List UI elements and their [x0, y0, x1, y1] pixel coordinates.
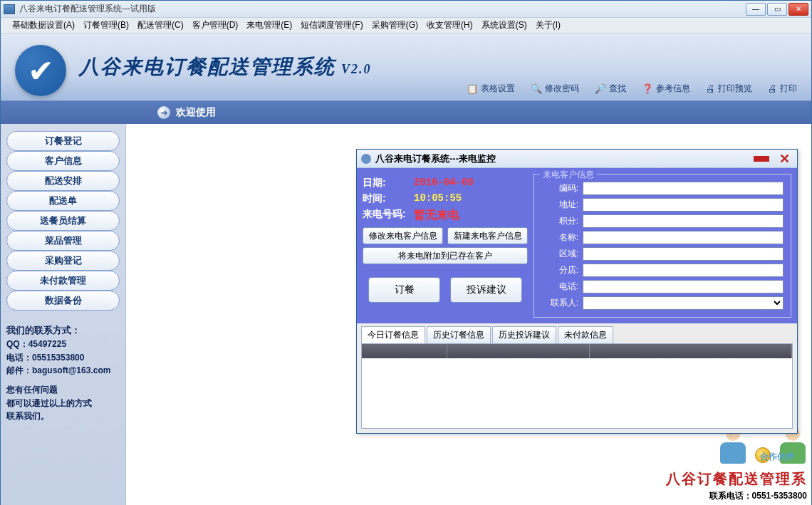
banner: ✔ 八谷来电订餐配送管理系统V2.0 📋表格设置🔍修改密码🔎查找❓参考信息🖨打印…	[1, 33, 811, 101]
field-input[interactable]	[583, 231, 784, 244]
dialog-title: 八谷来电订餐系统---来电监控	[375, 152, 754, 165]
attach-customer-button[interactable]: 将来电附加到已存在客户	[363, 247, 528, 264]
app-window: 八谷来电订餐配送管理系统---试用版 — ▭ ✕ 基础数据设置(A)订餐管理(B…	[0, 0, 812, 505]
sidebar-button[interactable]: 数据备份	[6, 291, 120, 311]
close-button[interactable]: ✕	[788, 3, 808, 16]
content-area: 合作伙伴 八谷订餐配送管理系 联系电话：0551-5353800 八谷来电订餐系…	[125, 124, 811, 505]
menu-item[interactable]: 配送管理(C)	[133, 17, 188, 33]
form-row: 积分:	[541, 214, 784, 228]
field-label: 名称:	[541, 231, 583, 244]
field-label: 编码:	[541, 182, 583, 194]
field-label: 电话:	[541, 281, 583, 293]
toolbar-button[interactable]: 🔎查找	[595, 83, 626, 95]
tool-icon: 🔎	[595, 83, 606, 94]
form-row: 名称:	[541, 231, 784, 244]
tool-icon: ❓	[642, 83, 653, 94]
app-title: 八谷来电订餐配送管理系统V2.0	[79, 53, 372, 80]
tab[interactable]: 历史投诉建议	[492, 326, 556, 343]
field-input[interactable]	[583, 182, 784, 195]
menu-item[interactable]: 采购管理(G)	[368, 17, 422, 33]
caller-dialog: 八谷来电订餐系统---来电监控 ✕ 日期:2016-04-09 时间:10:05…	[356, 149, 798, 434]
tab[interactable]: 历史订餐信息	[427, 326, 491, 343]
menu-item[interactable]: 系统设置(S)	[477, 17, 531, 33]
sidebar-button[interactable]: 送餐员结算	[6, 211, 120, 231]
tool-icon: 🔍	[531, 83, 542, 94]
maximize-button[interactable]: ▭	[767, 3, 787, 16]
sidebar-button[interactable]: 配送安排	[6, 171, 120, 191]
field-label: 分店:	[541, 264, 583, 276]
field-label: 地址:	[541, 199, 583, 211]
sidebar-button[interactable]: 未付款管理	[6, 271, 120, 291]
field-input[interactable]	[583, 264, 784, 277]
toolbar: 📋表格设置🔍修改密码🔎查找❓参考信息🖨打印预览🖨打印	[467, 83, 797, 95]
toolbar-button[interactable]: 📋表格设置	[467, 83, 515, 95]
menubar: 基础数据设置(A)订餐管理(B)配送管理(C)客户管理(D)来电管理(E)短信调…	[1, 18, 811, 33]
form-row: 分店:	[541, 264, 784, 277]
new-customer-button[interactable]: 新建来电客户信息	[447, 227, 528, 244]
toolbar-button[interactable]: ❓参考信息	[642, 83, 690, 95]
field-label: 积分:	[541, 215, 583, 227]
menu-item[interactable]: 短信调度管理(F)	[296, 17, 367, 33]
field-input[interactable]	[583, 214, 784, 228]
dialog-close-button[interactable]: ✕	[776, 151, 793, 167]
sidebar-button[interactable]: 客户信息	[6, 151, 120, 171]
brand-mark: 合作伙伴 八谷订餐配送管理系 联系电话：0551-5353800	[666, 427, 807, 502]
tool-icon: 📋	[467, 83, 478, 94]
dialog-minimize-button[interactable]	[754, 156, 769, 162]
form-row: 电话:	[541, 280, 784, 293]
contact-box: 我们的联系方式： QQ：45497225 电话：05515353800 邮件：b…	[6, 323, 120, 423]
data-grid[interactable]	[361, 343, 793, 429]
minimize-button[interactable]: —	[746, 3, 766, 16]
field-label: 区域:	[541, 248, 583, 260]
field-label: 联系人:	[541, 297, 583, 309]
sidebar: 订餐登记客户信息配送安排配送单送餐员结算菜品管理采购登记未付款管理数据备份 我们…	[1, 124, 125, 505]
titlebar: 八谷来电订餐配送管理系统---试用版 — ▭ ✕	[1, 1, 811, 18]
welcome-bar: ➔ 欢迎使用	[1, 101, 811, 124]
fieldset-legend: 来电客户信息	[540, 169, 597, 181]
window-title: 八谷来电订餐配送管理系统---试用版	[19, 3, 746, 15]
tab[interactable]: 未付款信息	[558, 326, 613, 343]
menu-item[interactable]: 来电管理(E)	[242, 17, 296, 33]
dialog-titlebar: 八谷来电订餐系统---来电监控 ✕	[357, 150, 797, 168]
dialog-left-panel: 日期:2016-04-09 时间:10:05:55 来电号码:暂无来电 修改来电…	[363, 174, 528, 318]
sidebar-button[interactable]: 菜品管理	[6, 231, 120, 251]
field-input[interactable]	[583, 280, 784, 293]
form-row: 区域:	[541, 247, 784, 261]
form-row: 联系人:	[541, 296, 784, 310]
app-icon	[4, 4, 15, 14]
menu-item[interactable]: 订餐管理(B)	[79, 17, 133, 33]
toolbar-button[interactable]: 🖨打印	[768, 83, 797, 95]
tabs-area: 今日订餐信息历史订餐信息历史投诉建议未付款信息	[357, 323, 797, 433]
toolbar-button[interactable]: 🔍修改密码	[531, 83, 579, 95]
arrow-icon: ➔	[157, 106, 170, 119]
form-row: 编码:	[541, 182, 784, 195]
edit-customer-button[interactable]: 修改来电客户信息	[363, 227, 443, 244]
sidebar-button[interactable]: 订餐登记	[6, 131, 120, 151]
field-input[interactable]	[583, 296, 784, 310]
sidebar-button[interactable]: 采购登记	[6, 251, 120, 271]
toolbar-button[interactable]: 🖨打印预览	[706, 83, 752, 95]
phone-icon	[361, 154, 371, 164]
main-area: 订餐登记客户信息配送安排配送单送餐员结算菜品管理采购登记未付款管理数据备份 我们…	[1, 124, 811, 505]
menu-item[interactable]: 关于(I)	[531, 17, 565, 33]
tool-icon: 🖨	[768, 83, 777, 94]
menu-item[interactable]: 收支管理(H)	[422, 17, 477, 33]
complaint-button[interactable]: 投诉建议	[450, 277, 522, 303]
sidebar-button[interactable]: 配送单	[6, 191, 120, 211]
order-button[interactable]: 订餐	[368, 277, 440, 303]
form-row: 地址:	[541, 198, 784, 212]
logo-icon: ✔	[15, 45, 66, 96]
customer-info-fieldset: 来电客户信息 编码:地址:积分:名称:区域:分店:电话:联系人:	[533, 174, 791, 318]
field-input[interactable]	[583, 247, 784, 261]
menu-item[interactable]: 客户管理(D)	[188, 17, 243, 33]
tool-icon: 🖨	[706, 83, 715, 94]
field-input[interactable]	[583, 198, 784, 212]
menu-item[interactable]: 基础数据设置(A)	[8, 17, 79, 33]
tab[interactable]: 今日订餐信息	[361, 326, 425, 343]
